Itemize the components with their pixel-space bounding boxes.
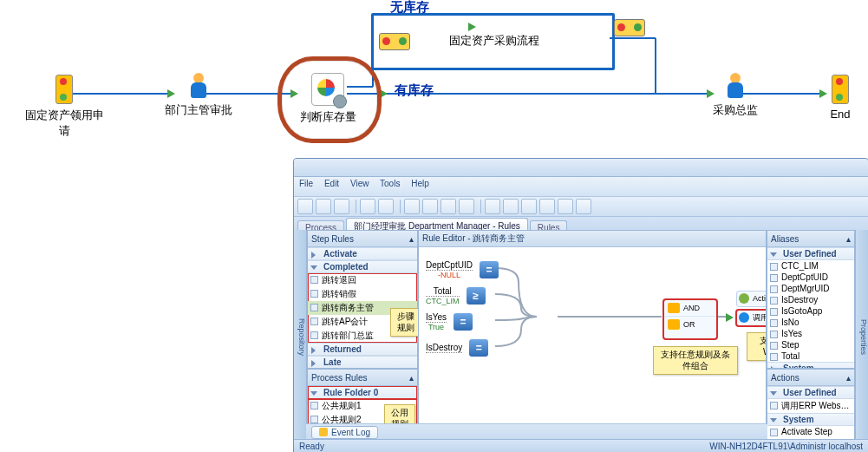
has-stock-label: 有库存 bbox=[395, 82, 434, 99]
toolbar bbox=[294, 197, 868, 217]
action-erp-webservice[interactable]: 调用ERP Webservice bbox=[736, 310, 766, 326]
alias-item[interactable]: CTC_LIM bbox=[767, 260, 854, 272]
rule-folder[interactable]: Rule Folder 0 bbox=[308, 386, 417, 399]
statusbar: Ready WIN-NH12D4FTL91\Administr localhos… bbox=[294, 439, 868, 452]
footer-tabs: Event Log bbox=[306, 423, 767, 440]
toolbar-button[interactable] bbox=[316, 199, 331, 214]
rule-editor-title: Rule Editor - 跳转商务主管 bbox=[422, 233, 525, 245]
rule-condition[interactable]: IsYes True = bbox=[426, 310, 473, 334]
operator-equals-icon[interactable]: = bbox=[469, 339, 488, 357]
tab-event-log[interactable]: Event Log bbox=[311, 426, 378, 439]
collapse-icon[interactable]: ▴ bbox=[846, 373, 851, 383]
toolbar-separator bbox=[480, 200, 481, 213]
rule-editor-canvas[interactable]: DeptCptUID -NULL = Total CTC_LIM ≥ IsYes… bbox=[419, 247, 766, 439]
toolbar-button[interactable] bbox=[558, 199, 573, 214]
rule-item[interactable]: 跳转销假 bbox=[308, 287, 417, 301]
rule-condition[interactable]: IsDestroy = bbox=[426, 336, 488, 360]
toolbar-button[interactable] bbox=[334, 199, 349, 214]
toolbar-button[interactable] bbox=[539, 199, 555, 214]
menu-tools[interactable]: Tools bbox=[380, 179, 400, 188]
combo-note: 支持任意规则及条件组合 bbox=[653, 346, 738, 375]
logic-and[interactable]: AND bbox=[664, 300, 716, 317]
collapse-icon[interactable]: ▴ bbox=[846, 234, 851, 244]
alias-item[interactable]: IsNo bbox=[767, 317, 854, 328]
group-completed[interactable]: Completed bbox=[308, 260, 417, 273]
group-late[interactable]: Late bbox=[308, 356, 417, 368]
activate-step-icon bbox=[739, 293, 749, 304]
toolbar-button[interactable] bbox=[297, 199, 313, 214]
menubar[interactable]: File Edit View Tools Help bbox=[294, 177, 868, 197]
subflow-label-node: 固定资产采购流程 bbox=[434, 33, 555, 49]
ide-window: File Edit View Tools Help Process 部门经理审批… bbox=[293, 158, 868, 452]
alias-item[interactable]: IsYes bbox=[767, 328, 854, 339]
group-activate[interactable]: Activate bbox=[308, 247, 417, 260]
rule-item[interactable]: 跳转退回 bbox=[308, 273, 417, 287]
menu-view[interactable]: View bbox=[350, 179, 369, 188]
group-returned[interactable]: Returned bbox=[308, 343, 417, 356]
subflow-label: 固定资产采购流程 bbox=[434, 33, 555, 49]
workflow-diagram: 固定资产领用申请 部门主管审批 判断库存量 固定资产采购流程 无库存 有库存 采… bbox=[0, 0, 868, 156]
globe-icon bbox=[739, 312, 749, 323]
panel-header: Aliases▴ bbox=[767, 231, 854, 247]
menu-file[interactable]: File bbox=[299, 179, 313, 188]
traffic-light-icon bbox=[379, 33, 410, 50]
logic-group[interactable]: AND OR bbox=[663, 299, 717, 339]
toolbar-button[interactable] bbox=[503, 199, 519, 214]
traffic-light-icon bbox=[55, 75, 73, 104]
aliases-body: User Defined CTC_LIM DeptCptUID DeptMgrU… bbox=[767, 247, 854, 368]
aliases-panel: Aliases▴ User Defined CTC_LIM DeptCptUID… bbox=[767, 230, 855, 369]
operator-equals-icon[interactable]: = bbox=[454, 313, 473, 331]
collapse-icon[interactable]: ▴ bbox=[409, 373, 414, 383]
menu-help[interactable]: Help bbox=[411, 179, 429, 188]
toolbar-button[interactable] bbox=[576, 199, 591, 214]
field-value: True bbox=[426, 323, 447, 331]
action-label: 调用ERP Webservice bbox=[753, 313, 766, 322]
window-titlebar bbox=[294, 159, 868, 177]
collapse-icon[interactable]: ▴ bbox=[409, 234, 414, 244]
step-rules-title: Step Rules bbox=[311, 234, 354, 244]
alias-item[interactable]: DeptCptUID bbox=[767, 272, 854, 283]
sidebar-repository[interactable]: Repository bbox=[294, 230, 307, 440]
operator-gte-icon[interactable]: ≥ bbox=[467, 287, 486, 305]
dept-approval-node: 部门主管审批 bbox=[160, 73, 238, 118]
rule-condition[interactable]: DeptCptUID -NULL = bbox=[426, 258, 499, 282]
toolbar-button[interactable] bbox=[422, 199, 438, 214]
toolbar-button[interactable] bbox=[360, 199, 375, 214]
action-activate-step[interactable]: Activate Step (商务主管审批 Business Leader) bbox=[736, 291, 766, 307]
toolbar-button[interactable] bbox=[459, 199, 474, 214]
actions-panel: Actions▴ User Defined 调用ERP Webse... Sys… bbox=[767, 369, 855, 449]
group-system[interactable]: System bbox=[767, 362, 854, 368]
toolbar-button[interactable] bbox=[404, 199, 420, 214]
operator-equals-icon[interactable]: = bbox=[480, 261, 499, 278]
menu-edit[interactable]: Edit bbox=[324, 179, 339, 188]
toolbar-button[interactable] bbox=[485, 199, 500, 214]
logic-or[interactable]: OR bbox=[664, 317, 716, 332]
no-stock-label: 无库存 bbox=[390, 0, 429, 16]
sidebar-properties[interactable]: Properties bbox=[855, 230, 868, 440]
alias-item[interactable]: IsGotoApp bbox=[767, 305, 854, 317]
alias-item[interactable]: Step bbox=[767, 339, 854, 350]
aliases-title: Aliases bbox=[771, 234, 799, 244]
toolbar-button[interactable] bbox=[441, 199, 456, 214]
actions-title: Actions bbox=[771, 373, 799, 383]
action-item[interactable]: 调用ERP Webse... bbox=[767, 399, 854, 413]
process-rules-title: Process Rules bbox=[311, 373, 367, 383]
toolbar-button[interactable] bbox=[378, 199, 394, 214]
panel-header: Process Rules▴ bbox=[308, 370, 417, 386]
toolbar-button[interactable] bbox=[521, 199, 537, 214]
ide-body: Repository Step Rules▴ Activate Complete… bbox=[294, 230, 868, 440]
action-item[interactable]: Activate Step bbox=[767, 426, 854, 437]
field-label: IsYes bbox=[426, 312, 447, 323]
group-user-defined[interactable]: User Defined bbox=[767, 247, 854, 260]
group-user-defined[interactable]: User Defined bbox=[767, 386, 854, 399]
panel-header: Step Rules▴ bbox=[308, 231, 417, 247]
rule-condition[interactable]: Total CTC_LIM ≥ bbox=[426, 284, 486, 308]
alias-item[interactable]: Total bbox=[767, 350, 854, 362]
alias-item[interactable]: DeptMgrUID bbox=[767, 283, 854, 294]
panel-header: Actions▴ bbox=[767, 370, 854, 386]
alias-item[interactable]: IsDestroy bbox=[767, 294, 854, 305]
field-value: CTC_LIM bbox=[426, 297, 460, 305]
rule-editor-panel: Rule Editor - 跳转商务主管 DeptCptUID -NULL bbox=[418, 230, 767, 440]
group-system[interactable]: System bbox=[767, 413, 854, 426]
traffic-light-icon bbox=[832, 75, 849, 104]
